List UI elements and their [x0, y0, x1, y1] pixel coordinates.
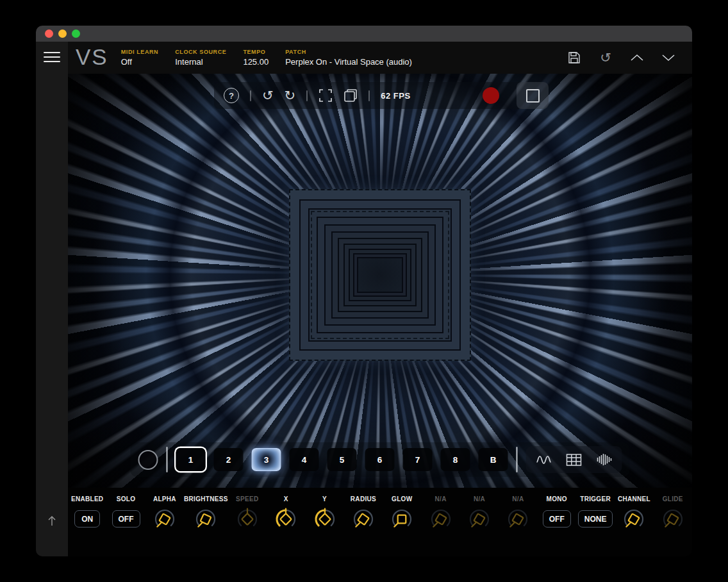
chevron-down-icon[interactable] — [661, 51, 675, 65]
fps-readout: 62 FPS — [381, 91, 410, 101]
enabled-toggle-button[interactable]: ON — [74, 510, 100, 528]
zoom-window-button[interactable] — [72, 29, 80, 38]
trigger-toggle-button[interactable]: NONE — [578, 510, 613, 528]
param-glide: GLIDE — [654, 495, 692, 556]
scene-button-2[interactable]: 2 — [214, 448, 244, 471]
scene-divider — [167, 447, 168, 472]
param-label: GLIDE — [663, 495, 683, 504]
scene-button-1[interactable]: 1 — [176, 448, 206, 471]
clock-source-label: CLOCK SOURCE — [175, 49, 226, 55]
sidebar — [36, 42, 68, 556]
app-logo: VS — [76, 44, 108, 70]
n-a-knob[interactable] — [505, 504, 531, 535]
param-brightness: BRIGHTNESS — [184, 495, 228, 556]
brightness-knob[interactable] — [193, 504, 219, 535]
stop-button[interactable] — [517, 82, 549, 109]
midi-learn-label: MIDI LEARN — [121, 49, 159, 55]
menu-icon[interactable] — [44, 52, 60, 62]
clock-source-field[interactable]: CLOCK SOURCE Internal — [175, 49, 226, 67]
param-label: ENABLED — [71, 495, 103, 504]
scroll-up-icon[interactable] — [46, 514, 58, 529]
param-n-a: N/A — [499, 495, 537, 556]
toolbar-divider — [306, 90, 308, 101]
scene-strip: 12345678B — [131, 442, 630, 477]
grid-icon[interactable] — [566, 451, 583, 468]
visualizer-viewport[interactable]: ? ↺ ↻ — [68, 74, 692, 488]
window-titlebar — [36, 26, 692, 42]
toolbar-divider — [368, 90, 370, 101]
view-mode-group — [526, 446, 622, 473]
param-y: Y — [305, 495, 343, 556]
param-label: Y — [322, 495, 327, 504]
param-radius: RADIUS — [344, 495, 383, 556]
n-a-knob[interactable] — [467, 504, 492, 535]
param-label: ALPHA — [153, 495, 176, 504]
midi-learn-field[interactable]: MIDI LEARN Off — [121, 49, 159, 67]
stop-icon — [526, 89, 540, 103]
param-label: RADIUS — [351, 495, 376, 504]
scene-button-6[interactable]: 6 — [365, 448, 395, 471]
param-label: X — [284, 495, 288, 504]
param-label: GLOW — [392, 495, 412, 504]
undo-icon[interactable]: ↺ — [599, 51, 613, 65]
scene-blank-button[interactable] — [138, 450, 158, 470]
alpha-knob[interactable] — [152, 504, 178, 535]
app-header: VS MIDI LEARN Off CLOCK SOURCE Internal … — [68, 42, 692, 74]
channel-knob[interactable] — [621, 504, 647, 535]
toolbar-divider — [250, 90, 251, 101]
speed-knob[interactable] — [235, 504, 260, 535]
redo-icon[interactable]: ↻ — [285, 89, 296, 103]
param-trigger: TRIGGERNONE — [576, 495, 615, 556]
help-icon[interactable]: ? — [224, 88, 239, 103]
mono-toggle-button[interactable]: OFF — [543, 510, 571, 528]
param-channel: CHANNEL — [615, 495, 653, 556]
scene-button-5[interactable]: 5 — [327, 448, 357, 471]
param-enabled: ENABLEDON — [68, 495, 106, 556]
tempo-value: 125.00 — [243, 57, 269, 67]
scene-button-7[interactable]: 7 — [403, 448, 433, 471]
param-label: MONO — [547, 495, 567, 504]
scene-buttons: 12345678B — [176, 448, 508, 471]
glow-knob[interactable] — [389, 504, 415, 535]
glide-knob[interactable] — [660, 504, 686, 535]
duplicate-icon[interactable] — [343, 88, 358, 103]
patch-field[interactable]: PATCH Perplex On - Virtual Space (audio) — [285, 49, 412, 67]
tempo-label: TEMPO — [243, 49, 269, 55]
scene-button-3[interactable]: 3 — [252, 448, 281, 471]
app-body: VS MIDI LEARN Off CLOCK SOURCE Internal … — [36, 42, 692, 556]
chevron-up-icon[interactable] — [630, 51, 644, 65]
scene-button-b[interactable]: B — [479, 448, 508, 471]
record-icon[interactable] — [483, 87, 499, 104]
header-actions: ↺ — [567, 51, 692, 65]
radius-knob[interactable] — [351, 504, 376, 535]
x-knob[interactable] — [273, 504, 299, 535]
desktop-background: VS MIDI LEARN Off CLOCK SOURCE Internal … — [0, 0, 728, 582]
y-knob[interactable] — [312, 504, 338, 535]
undo-icon[interactable]: ↺ — [262, 89, 274, 103]
solo-toggle-button[interactable]: OFF — [112, 510, 140, 528]
midi-learn-value: Off — [121, 57, 159, 67]
close-window-button[interactable] — [45, 29, 53, 38]
spectrum-icon[interactable] — [596, 451, 613, 468]
waveform-icon[interactable] — [536, 451, 552, 468]
tempo-field[interactable]: TEMPO 125.00 — [243, 49, 269, 67]
save-icon[interactable] — [567, 51, 581, 65]
param-label: N/A — [435, 495, 447, 504]
param-solo: SOLOOFF — [106, 495, 145, 556]
patch-value: Perplex On - Virtual Space (audio) — [285, 57, 412, 67]
visualizer-toolbar: ? ↺ ↻ — [214, 82, 549, 109]
n-a-knob[interactable] — [428, 504, 454, 535]
param-label: TRIGGER — [580, 495, 611, 504]
scene-divider — [517, 447, 518, 472]
param-n-a: N/A — [460, 495, 499, 556]
param-speed: SPEED — [228, 495, 267, 556]
scene-button-4[interactable]: 4 — [290, 448, 319, 471]
clock-source-value: Internal — [175, 57, 226, 67]
param-mono: MONOOFF — [538, 495, 576, 556]
scene-button-8[interactable]: 8 — [441, 448, 470, 471]
param-x: X — [267, 495, 305, 556]
minimize-window-button[interactable] — [58, 29, 67, 38]
param-glow: GLOW — [383, 495, 421, 556]
param-label: CHANNEL — [618, 495, 650, 504]
fullscreen-icon[interactable] — [318, 88, 333, 103]
